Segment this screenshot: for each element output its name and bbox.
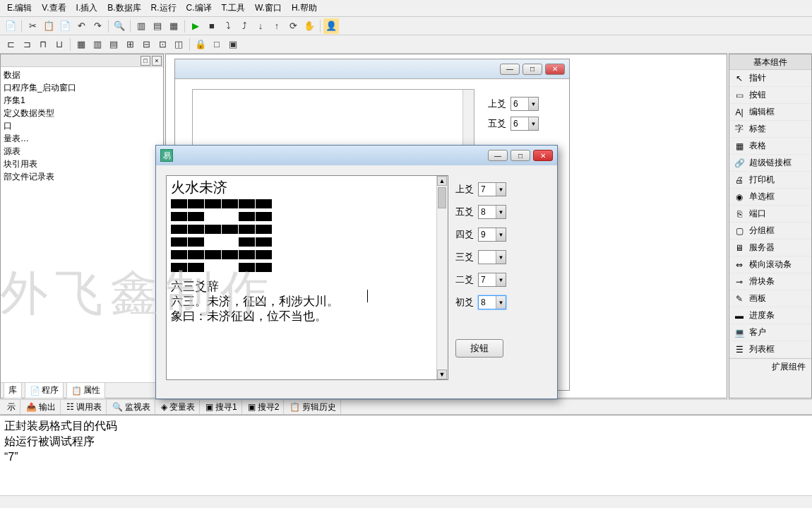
tree-item[interactable]: 序集1 (4, 94, 160, 107)
tree-item[interactable]: 定义数据类型 (4, 107, 160, 119)
find-icon[interactable]: 🔍 (112, 18, 127, 34)
cut-icon[interactable]: ✂ (25, 18, 40, 34)
tab-watch[interactable]: 🔍监视表 (108, 400, 155, 415)
close-icon[interactable]: ✕ (545, 64, 565, 75)
chevron-down-icon[interactable]: ▼ (528, 98, 538, 110)
step2-icon[interactable]: ⤴ (237, 18, 252, 34)
chevron-down-icon[interactable]: ▼ (496, 228, 506, 241)
tree-item[interactable]: 量表… (4, 132, 160, 145)
menu-compile[interactable]: C.编译 (182, 1, 216, 16)
palette-button[interactable]: ▭按钮 (729, 87, 811, 104)
chevron-down-icon[interactable]: ▼ (496, 273, 506, 286)
grid5-icon[interactable]: ⊟ (138, 37, 154, 52)
copy-icon[interactable]: 📋 (41, 18, 56, 34)
palette-label[interactable]: 字标签 (729, 121, 811, 138)
step5-icon[interactable]: ⟳ (285, 18, 301, 34)
palette-printer[interactable]: 🖨打印机 (729, 172, 811, 189)
palette-port[interactable]: ⎘端口 (729, 206, 811, 223)
tree-item[interactable]: 口 (4, 119, 160, 132)
step1-icon[interactable]: ⤵ (220, 18, 236, 34)
lock-icon[interactable]: 🔒 (193, 37, 208, 52)
palette-hyperlink[interactable]: 🔗超级链接框 (729, 155, 811, 172)
step4-icon[interactable]: ↑ (269, 18, 285, 34)
combo-chuyao[interactable]: 8▼ (478, 295, 506, 309)
dialog-titlebar[interactable]: 易 — □ ✕ (156, 146, 557, 165)
panel-min-icon[interactable]: □ (141, 56, 150, 66)
palette-progress[interactable]: ▬进度条 (729, 307, 811, 324)
menu-view[interactable]: V.查看 (37, 1, 70, 16)
scroll-up-icon[interactable]: ▲ (437, 176, 447, 186)
chevron-down-icon[interactable]: ▼ (528, 117, 538, 130)
person-icon[interactable]: 👤 (323, 18, 339, 34)
dlg-minimize-icon[interactable]: — (488, 150, 508, 161)
menu-window[interactable]: W.窗口 (251, 1, 286, 16)
bg-combo-shang[interactable]: 6▼ (511, 97, 539, 111)
grid2-icon[interactable]: ▥ (90, 37, 105, 52)
align3-icon[interactable]: ⊓ (35, 37, 51, 52)
palette-hscroll[interactable]: ⇔横向滚动条 (729, 256, 811, 273)
tree-item[interactable]: 源表 (4, 145, 160, 158)
combo-shangyao[interactable]: 7▼ (478, 182, 506, 196)
calculate-button[interactable]: 按钮 (455, 339, 503, 358)
grid3-icon[interactable]: ▤ (106, 37, 121, 52)
tab-library[interactable]: 库 (4, 382, 22, 398)
tab-output[interactable]: 📤输出 (22, 400, 61, 415)
textarea-scrollbar[interactable]: ▲ ▼ (436, 176, 448, 379)
palette-radio[interactable]: ◉单选框 (729, 189, 811, 206)
scroll-down-icon[interactable]: ▼ (437, 370, 447, 379)
chevron-down-icon[interactable]: ▼ (496, 296, 506, 309)
grid7-icon[interactable]: ◫ (171, 37, 186, 52)
palette-server[interactable]: 🖥服务器 (729, 240, 811, 256)
tab-calltable[interactable]: ☷调用表 (62, 400, 107, 415)
palette-groupbox[interactable]: ▢分组框 (729, 223, 811, 240)
panel-close-icon[interactable]: × (152, 56, 162, 66)
combo-wuyao[interactable]: 8▼ (478, 205, 506, 219)
step3-icon[interactable]: ↓ (253, 18, 268, 34)
grid1-icon[interactable]: ▦ (73, 37, 89, 52)
hand-icon[interactable]: ✋ (301, 18, 317, 34)
palette-pointer[interactable]: ↖指针 (729, 70, 811, 87)
scroll-thumb[interactable] (438, 187, 446, 208)
palette-canvas[interactable]: ✎画板 (729, 290, 811, 307)
tab-program[interactable]: 📄程序 (25, 382, 64, 398)
paste-icon[interactable]: 📄 (57, 18, 73, 34)
undo-icon[interactable]: ↶ (73, 18, 89, 34)
new-icon[interactable]: 📄 (3, 18, 18, 34)
tab-cliphistory[interactable]: 📋剪辑历史 (285, 400, 341, 415)
dlg-maximize-icon[interactable]: □ (511, 150, 530, 161)
menu-edit[interactable]: E.编辑 (3, 1, 36, 16)
combo-eryao[interactable]: 7▼ (478, 273, 506, 287)
align2-icon[interactable]: ⊐ (19, 37, 35, 52)
box1-icon[interactable]: □ (209, 37, 225, 52)
tab-vartable[interactable]: ◈变量表 (157, 400, 200, 415)
palette-editbox[interactable]: A|编辑框 (729, 104, 811, 121)
box2-icon[interactable]: ▣ (225, 37, 241, 52)
tab-properties[interactable]: 📋属性 (66, 382, 105, 398)
tab-search2[interactable]: ▣搜寻2 (244, 400, 285, 415)
menu-database[interactable]: B.数据库 (103, 1, 145, 16)
combo-sanyao[interactable]: ▼ (478, 250, 506, 264)
palette-footer[interactable]: 扩展组件 (729, 358, 811, 374)
tree-item[interactable]: 数据 (4, 69, 160, 81)
align4-icon[interactable]: ⊔ (52, 37, 67, 52)
palette-slider[interactable]: ⊸滑块条 (729, 273, 811, 290)
palette-table[interactable]: ▦表格 (729, 138, 811, 155)
minimize-icon[interactable]: — (500, 64, 520, 75)
redo-icon[interactable]: ↷ (90, 18, 105, 34)
maximize-icon[interactable]: □ (523, 64, 542, 75)
tree-item[interactable]: 部文件记录表 (4, 170, 160, 183)
layout3-icon[interactable]: ▦ (166, 18, 181, 34)
dlg-close-icon[interactable]: ✕ (533, 150, 553, 161)
grid4-icon[interactable]: ⊞ (122, 37, 138, 52)
align1-icon[interactable]: ⊏ (3, 37, 18, 52)
combo-siyao[interactable]: 9▼ (478, 228, 506, 242)
tree-item[interactable]: 块引用表 (4, 158, 160, 170)
chevron-down-icon[interactable]: ▼ (496, 251, 506, 264)
bg-combo-wu[interactable]: 6▼ (511, 117, 539, 131)
palette-client[interactable]: 💻客户 (729, 324, 811, 341)
grid6-icon[interactable]: ⊡ (155, 37, 170, 52)
chevron-down-icon[interactable]: ▼ (496, 206, 506, 218)
tree-item[interactable]: 口程序集_启动窗口 (4, 81, 160, 94)
tab-show[interactable]: 示 (3, 400, 20, 415)
menu-help[interactable]: H.帮助 (287, 1, 321, 16)
